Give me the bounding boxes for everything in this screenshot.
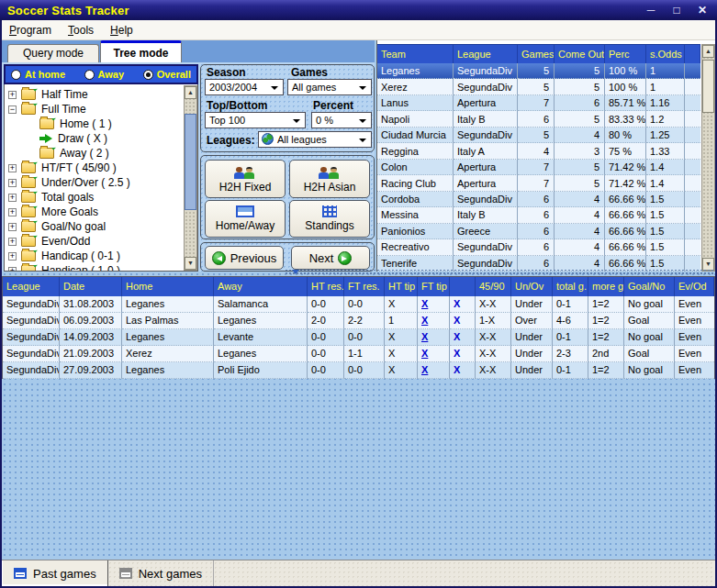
tree-item[interactable]: Away ( 2 ) xyxy=(5,146,197,161)
topbottom-dropdown[interactable]: Top 100 xyxy=(205,112,306,128)
column-header[interactable]: League xyxy=(3,277,60,296)
home-away-button[interactable]: Home/Away xyxy=(205,200,286,238)
tree-scrollbar[interactable]: ▲ ▼ xyxy=(184,85,197,271)
column-header[interactable]: s.Odds xyxy=(646,45,685,64)
previous-button[interactable]: Previous xyxy=(205,246,284,270)
column-header[interactable]: HT res. xyxy=(308,277,344,296)
table-row[interactable]: RegginaItaly A4375 %1.33 xyxy=(377,143,700,159)
table-row[interactable]: SegundaDiv31.08.2003LeganesSalamanca0-00… xyxy=(3,296,714,313)
table-row[interactable]: SegundaDiv06.09.2003Las PalmasLeganes2-0… xyxy=(3,313,714,329)
tree-expand-toggle[interactable]: + xyxy=(8,267,17,272)
tree-expand-toggle[interactable]: + xyxy=(8,238,17,246)
tree-item[interactable]: +Handicap ( 1-0 ) xyxy=(5,263,197,272)
column-header[interactable]: League xyxy=(454,45,518,64)
scrollbar-up-icon[interactable]: ▲ xyxy=(185,86,196,99)
scrollbar-up-icon[interactable]: ▲ xyxy=(702,45,714,58)
column-header[interactable]: FT tip xyxy=(418,277,450,296)
column-header[interactable]: Come Out xyxy=(555,45,605,64)
tab-tree-mode[interactable]: Tree mode xyxy=(100,40,182,62)
column-header[interactable]: HT tip xyxy=(385,277,418,296)
column-header[interactable]: FT res. xyxy=(344,277,385,296)
column-header[interactable]: Team xyxy=(377,45,454,64)
table-row[interactable]: SegundaDiv14.09.2003LeganesLevante0-00-0… xyxy=(3,329,714,346)
tree-item[interactable]: +Half Time xyxy=(5,87,197,102)
games-dropdown[interactable]: All games xyxy=(287,79,372,95)
tree-item[interactable]: +HT/FT ( 45/90 ) xyxy=(5,161,197,175)
column-header[interactable]: Date xyxy=(60,277,122,296)
ft-tip-link[interactable]: X xyxy=(418,313,450,329)
table-row[interactable]: SegundaDiv21.09.2003XerezLeganes0-01-1XX… xyxy=(3,346,714,362)
tree-item[interactable]: +More Goals xyxy=(5,205,197,219)
tree-item[interactable]: +Under/Over ( 2.5 ) xyxy=(5,175,197,190)
tab-past-games[interactable]: Past games xyxy=(2,560,108,586)
horizontal-splitter[interactable] xyxy=(285,270,715,275)
table-row[interactable]: RecreativoSegundaDiv6466.66 %1.5 xyxy=(377,239,700,255)
column-header[interactable]: Goal/No xyxy=(624,277,675,296)
percent-dropdown[interactable]: 0 % xyxy=(311,112,372,128)
tree-item[interactable]: +Handicap ( 0-1 ) xyxy=(5,249,197,263)
scrollbar-thumb[interactable] xyxy=(185,114,196,210)
table-row[interactable]: CordobaSegundaDiv6466.66 %1.5 xyxy=(377,192,700,207)
radio-away[interactable]: Away xyxy=(84,69,125,80)
column-header[interactable]: 45/90 xyxy=(476,277,511,296)
menu-program[interactable]: Program xyxy=(9,24,51,37)
column-header[interactable]: total g. xyxy=(553,277,588,296)
radio-circle[interactable] xyxy=(143,70,153,80)
column-header[interactable]: Home xyxy=(122,277,214,296)
column-header[interactable]: more g. xyxy=(588,277,624,296)
scrollbar-down-icon[interactable]: ▼ xyxy=(702,258,714,271)
column-header[interactable] xyxy=(450,277,476,296)
table-row[interactable]: NapoliItaly B6583.33 %1.2 xyxy=(377,111,700,127)
tree-expand-toggle[interactable]: + xyxy=(8,164,17,172)
table-row[interactable]: LeganesSegundaDiv55100 %1 xyxy=(377,63,700,79)
radio-at-home[interactable]: At home xyxy=(11,69,65,80)
column-header[interactable]: Games xyxy=(518,45,555,64)
tree-item[interactable]: −Full Time xyxy=(5,102,197,116)
radio-circle[interactable] xyxy=(11,70,21,80)
table-row[interactable]: Ciudad MurciaSegundaDiv5480 %1.25 xyxy=(377,128,700,143)
table-row[interactable]: LanusApertura7685.71 %1.16 xyxy=(377,95,700,111)
tree-item[interactable]: Draw ( X ) xyxy=(5,131,197,146)
season-dropdown[interactable]: 2003/2004 xyxy=(205,79,284,95)
ft-tip-link[interactable]: X xyxy=(418,329,450,346)
table-row[interactable]: SegundaDiv27.09.2003LeganesPoli Ejido0-0… xyxy=(3,362,714,379)
tree-item[interactable]: +Total goals xyxy=(5,190,197,205)
radio-overall[interactable]: Overall xyxy=(143,69,191,80)
table-row[interactable]: PanioniosGreece6466.66 %1.5 xyxy=(377,224,700,239)
menu-tools[interactable]: Tools xyxy=(68,24,94,37)
column-header[interactable]: Ev/Od xyxy=(675,277,714,296)
tree-expand-toggle[interactable]: − xyxy=(8,105,17,114)
h2h-asian-button[interactable]: H2H Asian xyxy=(289,160,370,198)
radio-circle[interactable] xyxy=(84,70,95,80)
column-header[interactable]: Away xyxy=(214,277,308,296)
leagues-dropdown[interactable]: All leagues xyxy=(258,131,372,148)
table-row[interactable]: ColonApertura7571.42 %1.4 xyxy=(377,160,700,175)
tree-expand-toggle[interactable]: + xyxy=(8,208,17,216)
scrollbar-thumb[interactable] xyxy=(702,60,714,113)
table-row[interactable]: MessinaItaly B6466.66 %1.5 xyxy=(377,207,700,223)
standings-button[interactable]: Standings xyxy=(289,200,370,238)
h2h-fixed-button[interactable]: H2H Fixed xyxy=(205,160,286,198)
maximize-icon[interactable]: □ xyxy=(669,3,684,17)
ft-tip-link[interactable]: X xyxy=(418,346,450,362)
tab-query-mode[interactable]: Query mode xyxy=(7,44,99,62)
tree-expand-toggle[interactable]: + xyxy=(8,91,17,99)
column-header[interactable]: Perc xyxy=(605,45,646,64)
tree-expand-toggle[interactable]: + xyxy=(8,194,17,202)
close-icon[interactable]: ✕ xyxy=(695,3,710,17)
tree-item[interactable]: Home ( 1 ) xyxy=(5,116,197,131)
teams-scrollbar[interactable]: ▲ ▼ xyxy=(701,44,715,272)
scrollbar-down-icon[interactable]: ▼ xyxy=(185,257,196,270)
ft-tip-link[interactable]: X xyxy=(418,362,450,379)
table-row[interactable]: XerezSegundaDiv55100 %1 xyxy=(377,79,700,94)
ft-tip-link[interactable]: X xyxy=(418,296,450,313)
next-button[interactable]: Next xyxy=(291,246,370,270)
menu-help[interactable]: Help xyxy=(110,24,133,37)
column-header[interactable]: Un/Ov xyxy=(511,277,553,296)
minimize-icon[interactable]: ─ xyxy=(644,3,658,17)
tree-item[interactable]: +Goal/No goal xyxy=(5,219,197,234)
table-row[interactable]: Racing ClubApertura7571.42 %1.4 xyxy=(377,175,700,191)
tree-item[interactable]: +Even/Odd xyxy=(5,234,197,249)
tree-expand-toggle[interactable]: + xyxy=(8,223,17,231)
tab-next-games[interactable]: Next games xyxy=(108,560,214,586)
